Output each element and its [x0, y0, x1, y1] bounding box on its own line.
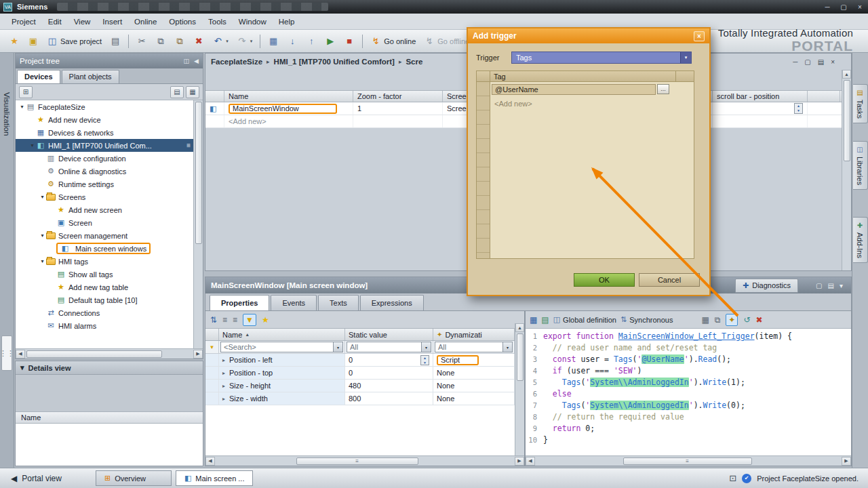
pin-panel-icon[interactable]: ◫	[184, 58, 190, 64]
collapse-inspector-icon[interactable]: ▾	[840, 282, 843, 289]
property-name[interactable]: ▸Position - left	[219, 354, 345, 366]
dropdown-arrow-icon[interactable]: ▾	[250, 39, 253, 44]
sort-icon[interactable]: ⇅	[210, 315, 217, 325]
paste-button[interactable]: ⧉	[171, 33, 189, 49]
static-value-filter-dropdown[interactable]: All ▾	[347, 342, 431, 352]
tree-item-hmi-alarms[interactable]: ✉HMI alarms	[16, 319, 193, 332]
expander-icon[interactable]: ▾	[18, 104, 26, 110]
property-value[interactable]: 800	[345, 392, 433, 405]
tree-item-show-all-tags[interactable]: ▤Show all tags	[16, 268, 193, 281]
breadcrumb-item-hmi-1-mtp700-unified-comfort[interactable]: HMI_1 [MTP700 Unified Comfort]	[274, 58, 395, 66]
dropdown-arrow-icon[interactable]: ▾	[680, 52, 691, 63]
group-list-icon[interactable]: ≡	[222, 315, 227, 325]
tree-item-device-configuration[interactable]: ▥Device configuration	[16, 152, 193, 165]
grid-column-dynamizati[interactable]: ✦Dynamizati	[433, 329, 515, 340]
taskbar-tab-main-screen[interactable]: ◧Main screen ...	[176, 470, 254, 486]
grid-column-static-value[interactable]: Static value	[345, 329, 433, 340]
delete-script-icon[interactable]: ✖	[755, 315, 762, 325]
property-dynamization[interactable]: None	[433, 392, 515, 405]
tree-item-hmi-1-mtp700-unified-com[interactable]: ▾◧HMI_1 [MTP700 Unified Com...≡	[16, 139, 193, 152]
column-settings-icon[interactable]: ⊞	[19, 86, 33, 98]
flat-list-icon[interactable]: ≡	[233, 315, 237, 325]
script-horizontal-scrollbar[interactable]: ◀ ≡ ▶	[526, 455, 851, 466]
window-minimize-icon[interactable]: ─	[819, 3, 835, 11]
tree-item-hmi-tags[interactable]: ▾HMI tags	[16, 255, 193, 268]
dynamization-script-highlight[interactable]: Script	[437, 355, 479, 365]
code-area[interactable]: 1export function MainScreenWindow_Left_T…	[526, 329, 851, 455]
browse-button[interactable]: ...	[657, 84, 669, 94]
favorites-star-icon[interactable]: ★	[262, 315, 269, 325]
workarea-vertical-scrollbar[interactable]: ▲	[842, 70, 851, 270]
menu-view[interactable]: View	[68, 15, 97, 28]
embed-editor-icon[interactable]: ▤	[818, 58, 824, 66]
cut-button[interactable]: ✂	[133, 33, 151, 49]
property-value[interactable]: 480	[345, 380, 433, 392]
tab-diagnostics[interactable]: ✚ Diagnostics	[735, 279, 798, 293]
breadcrumb-item-scre[interactable]: Scre	[406, 58, 422, 66]
property-name[interactable]: ▸Size - width	[219, 392, 345, 405]
cell-zoom-factor[interactable]: 1	[353, 102, 443, 115]
expander-icon[interactable]: ▸	[222, 357, 229, 363]
copy-snippet-icon[interactable]: ⧉	[715, 315, 721, 325]
download-to-device-button[interactable]: ↓	[283, 33, 301, 49]
add-new-row[interactable]: <Add new>	[229, 117, 267, 125]
minimize-editor-icon[interactable]: ─	[793, 58, 797, 66]
scroll-up-icon[interactable]: ▲	[842, 70, 851, 79]
redo-button[interactable]: ↷▾	[233, 33, 256, 49]
dialog-titlebar[interactable]: Add trigger ×	[468, 28, 709, 43]
menu-insert[interactable]: Insert	[96, 15, 128, 28]
print-button[interactable]: ▤	[106, 33, 124, 49]
details-name-column-header[interactable]: Name	[16, 411, 203, 424]
property-row-position-top[interactable]: ▸Position - top0None	[205, 367, 524, 380]
menu-project[interactable]: Project	[5, 15, 42, 28]
property-dynamization[interactable]: None	[433, 367, 515, 379]
insert-table-icon[interactable]: ▦	[701, 315, 709, 325]
dialog-tag-row[interactable]: @UserName...	[490, 82, 694, 96]
collapsed-panel-handle[interactable]: ⋮⋮	[1, 336, 12, 371]
scroll-up-icon[interactable]: ▲	[515, 323, 524, 332]
tree-item-faceplatesize[interactable]: ▾▤FaceplateSize	[16, 100, 193, 113]
tree-item-screens[interactable]: ▾Screens	[16, 190, 193, 203]
side-tab-libraries[interactable]: ◫Libraries	[853, 141, 868, 190]
tree-item-main-screen-windows[interactable]: ◧Main screen windows	[16, 242, 193, 255]
stop-runtime-button[interactable]: ■	[340, 33, 358, 49]
expander-icon[interactable]: ▸	[222, 370, 229, 376]
tag-field[interactable]: @UserName	[492, 84, 656, 95]
undo-button[interactable]: ↶▾	[209, 33, 232, 49]
tree-item-online-diagnostics[interactable]: ⚙Online & diagnostics	[16, 165, 193, 178]
menu-help[interactable]: Help	[273, 15, 301, 28]
menu-options[interactable]: Options	[163, 15, 202, 28]
value-stepper[interactable]: ▲▼	[794, 103, 803, 114]
menu-tools[interactable]: Tools	[202, 15, 233, 28]
edit-script-icon[interactable]: ▤	[541, 315, 549, 325]
tag-column-header[interactable]: Tag	[490, 71, 676, 81]
scroll-left-icon[interactable]: ◀	[526, 457, 535, 466]
delete-button[interactable]: ✖	[190, 33, 208, 49]
window-restore-icon[interactable]: ▢	[835, 3, 852, 11]
expander-icon[interactable]: ▾	[28, 142, 36, 148]
dynamization-wand-icon[interactable]: ✦	[726, 314, 738, 326]
scroll-right-icon[interactable]: ▶	[515, 457, 524, 466]
dialog-close-button[interactable]: ×	[694, 31, 705, 41]
tree-item-runtime-settings[interactable]: ⚙Runtime settings	[16, 178, 193, 190]
property-dynamization[interactable]: Script	[433, 354, 515, 366]
scrollbar-thumb[interactable]	[517, 333, 524, 381]
property-dynamization[interactable]: None	[433, 380, 515, 392]
tab-texts[interactable]: Texts	[318, 295, 359, 310]
scroll-left-icon[interactable]: ◀	[16, 350, 25, 359]
taskbar-tab-overview[interactable]: ⊞Overview	[96, 470, 172, 486]
cell-zoom-factor[interactable]	[353, 115, 443, 127]
expander-icon[interactable]: ▾	[39, 232, 46, 239]
float-editor-icon[interactable]: ▢	[804, 58, 810, 66]
tree-item-default-tag-table-10[interactable]: ▤Default tag table [10]	[16, 293, 193, 306]
search-filter-dropdown[interactable]: <Search> ▾	[220, 342, 343, 352]
open-project-button[interactable]: ▣	[24, 33, 42, 49]
dropdown-arrow-icon[interactable]: ▾	[333, 342, 342, 352]
scrollbar-thumb[interactable]	[844, 80, 850, 161]
property-name[interactable]: ▸Position - top	[219, 367, 345, 379]
tab-devices[interactable]: Devices	[17, 70, 60, 83]
tree-item-screen-management[interactable]: ▾Screen management	[16, 229, 193, 242]
expander-icon[interactable]: ▸	[222, 383, 229, 389]
tree-item-add-new-screen[interactable]: ★Add new screen	[16, 203, 193, 216]
expander-icon[interactable]: ▸	[222, 396, 229, 402]
